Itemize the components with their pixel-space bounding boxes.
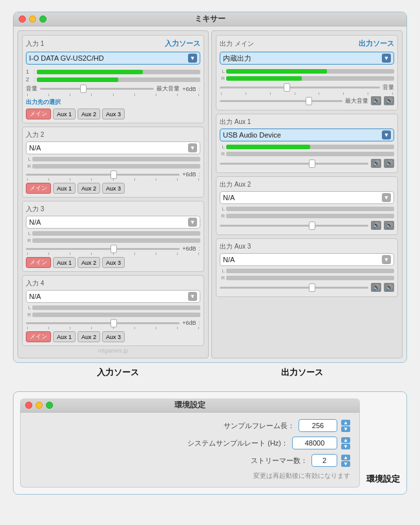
input1-vol-slider[interactable] <box>40 88 154 90</box>
input1-box: 入力 1 入力ソース I-O DATA GV-US2C/HD ▼ 1 : <box>22 35 204 123</box>
prefs-minimize-button[interactable] <box>36 402 43 409</box>
prefs-close-button[interactable] <box>25 402 32 409</box>
input1-meter-bar1 <box>37 70 143 74</box>
pref-sample-rate-down[interactable]: ▼ <box>341 444 350 449</box>
input1-db: +6dB <box>182 86 196 92</box>
prefs-title-bar: 環境設定 <box>20 398 360 413</box>
out-aux1-speaker2[interactable]: 🔊 <box>384 159 394 168</box>
out-aux3-speaker2[interactable]: 🔊 <box>384 283 394 292</box>
input4-vol-slider[interactable] <box>26 322 180 324</box>
out-aux1-dropdown-arrow[interactable]: ▼ <box>382 130 391 139</box>
input3-dropdown[interactable]: N/A ▼ <box>26 216 200 229</box>
pref-sample-rate-stepper[interactable]: ▲ ▼ <box>341 437 350 449</box>
minimize-button[interactable] <box>29 15 36 23</box>
out-aux2-meter-r: R <box>220 213 394 219</box>
input4-route-aux2[interactable]: Aux 2 <box>78 331 100 342</box>
out-main-dropdown-arrow[interactable]: ▼ <box>382 54 391 63</box>
out-main-meter-l: L <box>220 68 394 74</box>
input2-route-main[interactable]: メイン <box>26 183 51 194</box>
input2-route-aux3[interactable]: Aux 3 <box>102 183 125 194</box>
input3-route-aux2[interactable]: Aux 2 <box>78 257 100 268</box>
output-sel-label: 出力先の選択 <box>26 99 61 105</box>
input3-header: 入力 3 <box>26 205 200 214</box>
input2-dropdown[interactable]: N/A ▼ <box>26 141 200 154</box>
pref-streamer-value: 2 <box>322 457 326 464</box>
input1-route-buttons: メイン Aux 1 Aux 2 Aux 3 <box>26 108 200 119</box>
out-aux3-meter-l: L <box>220 268 394 274</box>
out-aux3-vol-thumb[interactable] <box>309 283 315 292</box>
out-main-speaker1[interactable]: 🔊 <box>371 96 381 105</box>
out-aux1-speaker1[interactable]: 🔊 <box>371 159 381 168</box>
input1-dropdown[interactable]: I-O DATA GV-US2C/HD ▼ <box>26 52 200 65</box>
input2-meter-bar-r-bg <box>32 164 200 169</box>
input1-vol-thumb[interactable] <box>80 85 87 93</box>
input2-meter-bar-l-bg <box>32 157 200 161</box>
out-main-maxvol-slider[interactable] <box>220 100 342 102</box>
input-panel: 入力 1 入力ソース I-O DATA GV-US2C/HD ▼ 1 : <box>17 30 209 358</box>
out-aux2-vol-thumb[interactable] <box>309 221 315 230</box>
out-main-speaker2[interactable]: 🔊 <box>384 96 394 105</box>
output-source-label: 出力ソース <box>359 39 394 48</box>
out-aux1-meter-l: L <box>220 144 394 150</box>
input1-route-aux2[interactable]: Aux 2 <box>78 108 100 119</box>
input3-route-aux3[interactable]: Aux 3 <box>102 257 125 268</box>
input1-source-value: I-O DATA GV-US2C/HD <box>29 54 104 62</box>
input4-dropdown[interactable]: N/A ▼ <box>26 290 200 303</box>
out-main-dropdown[interactable]: 内蔵出力 ▼ <box>220 52 394 65</box>
out-aux3-slider[interactable] <box>220 287 368 289</box>
out-aux2-ch-l: L <box>220 206 225 212</box>
input4-route-main[interactable]: メイン <box>26 331 51 342</box>
out-aux1-dropdown[interactable]: USB Audio Device ▼ <box>220 129 394 141</box>
out-aux3-dropdown[interactable]: N/A ▼ <box>220 253 394 266</box>
prefs-maximize-button[interactable] <box>46 402 53 409</box>
pref-streamer-stepper[interactable]: ▲ ▼ <box>341 455 350 467</box>
pref-streamer-label: ストリーマー数： <box>30 456 308 466</box>
out-aux3-dropdown-arrow[interactable]: ▼ <box>382 255 391 264</box>
input2-dropdown-arrow[interactable]: ▼ <box>188 143 197 152</box>
out-aux3-speaker1[interactable]: 🔊 <box>371 283 381 292</box>
input3-dropdown-arrow[interactable]: ▼ <box>188 218 197 227</box>
out-main-meter-bar-l <box>226 69 327 74</box>
pref-sample-rate-up[interactable]: ▲ <box>341 437 350 443</box>
out-aux1-slider[interactable] <box>220 163 368 165</box>
out-aux2-dropdown[interactable]: N/A ▼ <box>220 191 394 204</box>
pref-sample-frame-stepper[interactable]: ▲ ▼ <box>341 420 350 432</box>
pref-streamer-down[interactable]: ▼ <box>341 461 350 467</box>
pref-sample-frame-down[interactable]: ▼ <box>341 426 350 432</box>
input3-vol-slider[interactable] <box>26 248 180 250</box>
out-aux2-slider[interactable] <box>220 225 368 227</box>
out-main-vol-thumb[interactable] <box>284 83 290 92</box>
out-aux2-dropdown-arrow[interactable]: ▼ <box>382 193 391 202</box>
out-aux2-header: 出力 Aux 2 <box>220 180 394 189</box>
input2-route-aux2[interactable]: Aux 2 <box>78 183 100 194</box>
input1-vol-label: 音量 <box>26 85 37 93</box>
out-aux1-vol-thumb[interactable] <box>309 160 315 168</box>
input3-vol-thumb[interactable] <box>110 245 117 253</box>
prefs-window: 環境設定 サンプルフレーム長： 256 ▲ ▼ システムサンプルレート (Hz)… <box>20 398 360 488</box>
input1-route-aux3[interactable]: Aux 3 <box>102 108 125 119</box>
input4-route-aux1[interactable]: Aux 1 <box>53 331 76 342</box>
input4-route-aux3[interactable]: Aux 3 <box>102 331 125 342</box>
input1-route-main[interactable]: メイン <box>26 108 51 119</box>
input4-vol-thumb[interactable] <box>110 319 117 327</box>
out-aux2-speaker2[interactable]: 🔊 <box>384 221 394 230</box>
input1-dropdown-arrow[interactable]: ▼ <box>188 54 197 63</box>
input1-route-aux1[interactable]: Aux 1 <box>53 108 76 119</box>
out-main-maxvol-thumb[interactable] <box>306 97 312 105</box>
pref-streamer-up[interactable]: ▲ <box>341 455 350 460</box>
pref-sample-frame-up[interactable]: ▲ <box>341 420 350 426</box>
input3-route-main[interactable]: メイン <box>26 257 51 268</box>
close-button[interactable] <box>19 15 26 23</box>
input2-meter-r: R <box>26 163 200 169</box>
input4-dropdown-arrow[interactable]: ▼ <box>188 292 197 301</box>
input2-vol-slider[interactable] <box>26 174 180 176</box>
pref-sample-frame-input[interactable]: 256 <box>299 419 337 432</box>
pref-sample-rate-input[interactable]: 48000 <box>292 437 337 449</box>
out-main-vol-slider[interactable] <box>220 87 380 88</box>
out-aux2-speaker1[interactable]: 🔊 <box>371 221 381 230</box>
input3-route-aux1[interactable]: Aux 1 <box>53 257 76 268</box>
pref-streamer-input[interactable]: 2 <box>311 454 337 467</box>
input2-vol-thumb[interactable] <box>110 170 117 179</box>
input2-route-aux1[interactable]: Aux 1 <box>53 183 76 194</box>
maximize-button[interactable] <box>39 15 47 23</box>
